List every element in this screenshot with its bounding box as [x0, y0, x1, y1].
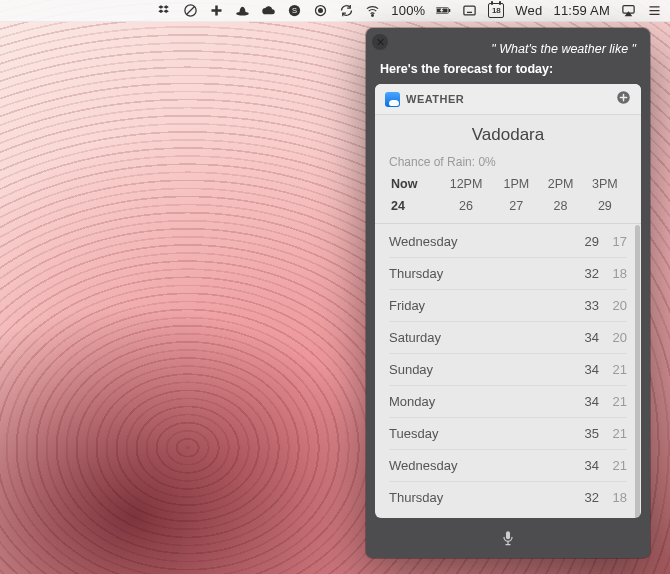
- weather-app-icon: [385, 92, 400, 107]
- daily-row: Saturday3420: [389, 322, 627, 354]
- plus-square-icon[interactable]: [209, 3, 224, 19]
- day-name: Sunday: [389, 362, 571, 377]
- divider: [375, 223, 641, 224]
- day-name: Thursday: [389, 266, 571, 281]
- daily-row: Wednesday3421: [389, 450, 627, 482]
- siri-query: " What's the weather like ": [366, 28, 650, 60]
- hourly-header: 3PM: [583, 173, 627, 195]
- svg-text:S: S: [292, 6, 297, 15]
- hourly-header: 2PM: [538, 173, 582, 195]
- day-high: 34: [571, 394, 599, 409]
- day-low: 18: [599, 490, 627, 505]
- battery-icon[interactable]: [436, 3, 451, 19]
- notification-center-icon[interactable]: [647, 3, 662, 19]
- day-high: 35: [571, 426, 599, 441]
- day-high: 34: [571, 458, 599, 473]
- day-name: Friday: [389, 298, 571, 313]
- fantastical-icon[interactable]: 18: [488, 3, 504, 19]
- svg-rect-8: [449, 9, 450, 12]
- svg-point-5: [319, 9, 323, 13]
- hourly-header: 1PM: [494, 173, 538, 195]
- day-name: Monday: [389, 394, 571, 409]
- day-name: Wednesday: [389, 458, 571, 473]
- hourly-forecast: Now 12PM 1PM 2PM 3PM 24 26 27 28 29: [389, 173, 627, 217]
- day-name: Tuesday: [389, 426, 571, 441]
- circle-slash-icon[interactable]: [183, 3, 198, 19]
- day-high: 32: [571, 490, 599, 505]
- skype-icon[interactable]: S: [287, 3, 302, 19]
- day-low: 18: [599, 266, 627, 281]
- day-high: 29: [571, 234, 599, 249]
- daily-row: Friday3320: [389, 290, 627, 322]
- day-name: Thursday: [389, 490, 571, 505]
- day-low: 17: [599, 234, 627, 249]
- airplay-icon[interactable]: [621, 3, 636, 19]
- day-name: Saturday: [389, 330, 571, 345]
- hourly-temp: 27: [494, 195, 538, 217]
- daily-row: Thursday3218: [389, 482, 627, 513]
- menubar: S 100% 18 Wed 11:59 AM: [0, 0, 670, 22]
- day-high: 34: [571, 330, 599, 345]
- menubar-time[interactable]: 11:59 AM: [553, 3, 610, 18]
- day-high: 32: [571, 266, 599, 281]
- weather-card-body[interactable]: Vadodara Chance of Rain: 0% Now 12PM 1PM…: [375, 115, 641, 518]
- hat-icon[interactable]: [235, 3, 250, 19]
- siri-mic-button[interactable]: [366, 518, 650, 558]
- siri-panel: ✕ " What's the weather like " Here's the…: [366, 28, 650, 558]
- input-menu-icon[interactable]: [462, 3, 477, 19]
- day-low: 20: [599, 298, 627, 313]
- sync-icon[interactable]: [339, 3, 354, 19]
- hourly-header: Now: [389, 173, 438, 195]
- daily-row: Monday3421: [389, 386, 627, 418]
- day-low: 21: [599, 426, 627, 441]
- day-high: 34: [571, 362, 599, 377]
- daily-row: Wednesday2917: [389, 226, 627, 258]
- weather-card-header: WEATHER: [375, 84, 641, 115]
- rain-chance: Chance of Rain: 0%: [389, 155, 627, 169]
- hourly-temp: 26: [438, 195, 494, 217]
- weather-city: Vadodara: [389, 125, 627, 145]
- hourly-temp: 29: [583, 195, 627, 217]
- svg-rect-13: [506, 531, 510, 539]
- cloud-icon[interactable]: [261, 3, 276, 19]
- target-icon[interactable]: [313, 3, 328, 19]
- svg-point-6: [372, 15, 374, 17]
- day-low: 21: [599, 458, 627, 473]
- day-name: Wednesday: [389, 234, 571, 249]
- daily-row: Tuesday3521: [389, 418, 627, 450]
- day-low: 21: [599, 362, 627, 377]
- weather-card: WEATHER Vadodara Chance of Rain: 0% Now …: [375, 84, 641, 518]
- close-icon[interactable]: ✕: [372, 34, 388, 50]
- daily-row: Thursday3218: [389, 258, 627, 290]
- hourly-temp: 28: [538, 195, 582, 217]
- battery-percent[interactable]: 100%: [391, 3, 425, 18]
- scrollbar[interactable]: [635, 225, 640, 518]
- daily-forecast: Wednesday2917Thursday3218Friday3320Satur…: [389, 226, 627, 513]
- hourly-temp: 24: [389, 195, 438, 217]
- siri-intro: Here's the forecast for today:: [366, 60, 650, 84]
- dropbox-icon[interactable]: [157, 3, 172, 19]
- day-low: 21: [599, 394, 627, 409]
- weather-card-title: WEATHER: [406, 93, 464, 105]
- daily-row: Sunday3421: [389, 354, 627, 386]
- svg-rect-10: [464, 6, 475, 15]
- day-high: 33: [571, 298, 599, 313]
- wifi-icon[interactable]: [365, 3, 380, 19]
- add-icon[interactable]: [616, 90, 631, 108]
- menubar-day[interactable]: Wed: [515, 3, 542, 18]
- hourly-header: 12PM: [438, 173, 494, 195]
- day-low: 20: [599, 330, 627, 345]
